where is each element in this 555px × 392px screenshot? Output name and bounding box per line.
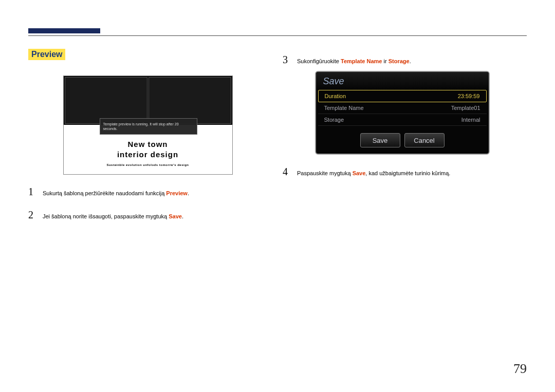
save-dialog-screenshot: Save Duration 23:59:59 Template Name Tem… [315,71,490,155]
dialog-buttons: Save Cancel [316,128,489,154]
step-2: 2 Jei šabloną norite išsaugoti, paspausk… [28,209,267,221]
row-label: Duration [325,93,346,99]
preview-tooltip: Template preview is running. It will sto… [100,118,197,135]
step-text-mid: ir [382,58,388,64]
step-text-b: . [182,213,183,219]
dialog-title: Save [316,72,489,90]
page-content: Preview Template preview is running. It … [28,49,527,221]
step-highlight: Preview [166,190,188,196]
dialog-row-duration[interactable]: Duration 23:59:59 [318,90,487,102]
step-text: Jei šabloną norite išsaugoti, paspauskit… [43,213,183,220]
preview-title-line1: New town [64,139,232,150]
row-label: Template Name [324,105,364,111]
row-label: Storage [324,117,344,123]
save-button[interactable]: Save [360,133,400,147]
step-number: 2 [28,209,36,221]
row-value: Template01 [451,105,480,111]
step-highlight: Save [169,213,182,219]
step-4: 4 Paspauskite mygtuką Save, kad užbaigtu… [283,166,522,178]
step-text-a: Paspauskite mygtuką [297,170,353,176]
step-text-a: Sukurtą šabloną peržiūrėkite naudodami f… [43,190,166,196]
step-highlight-2: Storage [388,58,410,64]
row-value: Internal [461,117,480,123]
step-3: 3 Sukonfigūruokite Template Name ir Stor… [283,54,522,66]
step-text: Sukonfigūruokite Template Name ir Storag… [297,58,411,65]
step-text-a: Jei šabloną norite išsaugoti, paspauskit… [43,213,169,219]
preview-panels [64,76,232,125]
step-number: 1 [28,186,36,198]
left-column: Preview Template preview is running. It … [28,49,267,221]
section-heading: Preview [28,49,65,60]
right-column: 3 Sukonfigūruokite Template Name ir Stor… [283,49,522,221]
header-divider [28,35,527,36]
step-number: 4 [283,166,291,178]
step-highlight-1: Template Name [341,58,382,64]
preview-screenshot: Template preview is running. It will sto… [63,76,233,175]
preview-panel-right [149,77,231,124]
preview-subtitle: Sustainble evolution unfolods tomorrw's … [64,163,232,166]
step-text-b: . [188,190,189,196]
cancel-button[interactable]: Cancel [404,133,445,147]
header-accent-bar [28,28,100,33]
dialog-list: Duration 23:59:59 Template Name Template… [316,90,489,128]
step-number: 3 [283,54,291,66]
dialog-row-storage[interactable]: Storage Internal [318,114,487,126]
preview-title-line2: interior design [64,150,232,160]
preview-panel-left [65,77,147,124]
step-text-a: Sukonfigūruokite [297,58,341,64]
dialog-row-template-name[interactable]: Template Name Template01 [318,102,487,114]
page-number: 79 [513,361,527,377]
step-highlight: Save [353,170,366,176]
step-text: Paspauskite mygtuką Save, kad užbaigtumė… [297,170,450,177]
step-1: 1 Sukurtą šabloną peržiūrėkite naudodami… [28,186,267,198]
step-text-b: , kad užbaigtumėte turinio kūrimą. [365,170,450,176]
step-text-b: . [410,58,411,64]
step-text: Sukurtą šabloną peržiūrėkite naudodami f… [43,190,189,197]
row-value: 23:59:59 [458,93,480,99]
